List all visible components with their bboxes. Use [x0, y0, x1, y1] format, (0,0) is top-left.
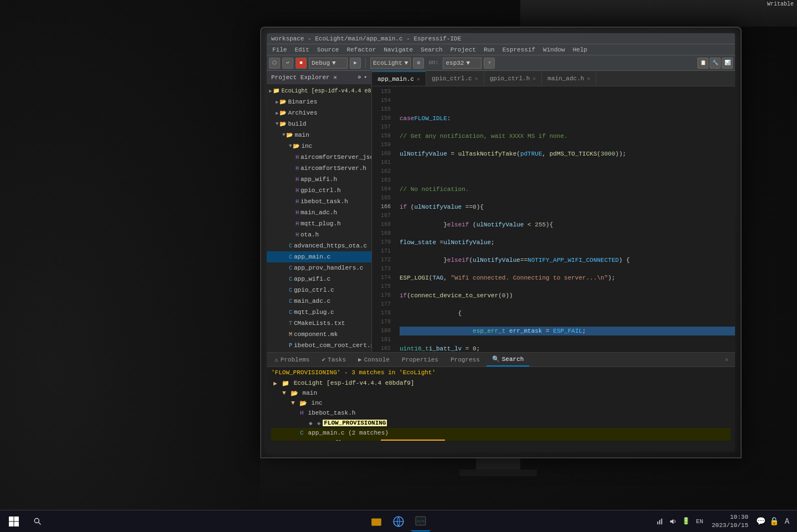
menu-window[interactable]: Window	[540, 47, 568, 53]
search-result-line-146[interactable]: • 146 flow_state = FLOW_PROVISIONING	[271, 438, 731, 441]
tree-file-gpio-ctrl-c[interactable]: C gpio_ctrl.c	[267, 285, 371, 296]
tray-language-icon[interactable]: EN	[694, 516, 705, 527]
tab-main-adc-h[interactable]: main_adc.h ✕	[542, 71, 596, 86]
tree-file-ibebot-pem[interactable]: P ibebot_com_root_cert.pem	[267, 340, 371, 351]
tab-app-main-close[interactable]: ✕	[417, 76, 420, 82]
start-button[interactable]	[0, 510, 28, 532]
taskbar-app-ide[interactable]: </>	[411, 512, 431, 531]
tree-file-mqtt-plug-c[interactable]: C mqtt_plug.c	[267, 307, 371, 318]
taskbar: </> 🔋 EN 10:30 2023/10/15 💬 🔒 A	[0, 510, 797, 532]
svg-text:</>: </>	[417, 519, 425, 524]
tab-app-main-c[interactable]: app_main.c ✕	[372, 71, 426, 86]
menu-help[interactable]: Help	[570, 47, 591, 53]
tray-security-icon[interactable]: 🔒	[768, 516, 779, 527]
ide-title: workspace - EcoLight/main/app_main.c - E…	[271, 35, 461, 42]
taskbar-app-browser[interactable]	[389, 512, 408, 531]
tree-item-archives[interactable]: ▶ 📂 Archives	[267, 107, 371, 118]
explorer-icons: ⚙ ▾	[358, 74, 367, 80]
search-result-inc-folder[interactable]: ▼ 📂 inc	[271, 398, 731, 408]
menu-run[interactable]: Run	[480, 47, 498, 53]
toolbar-btn-4[interactable]: ⚡	[484, 58, 495, 69]
search-result-app-main-file[interactable]: C app_main.c (2 matches)	[271, 428, 731, 438]
line-numbers: 153 154 155 156 157 158 159 160 161 162 …	[372, 86, 395, 352]
search-result-project[interactable]: ▶ 📁 EcoLight [esp-idf-v4.4.4 e8bdaf9]	[271, 378, 731, 388]
panel-tab-search[interactable]: 🔍 Search	[487, 353, 530, 366]
tray-notifications-icon[interactable]: 💬	[755, 516, 766, 527]
toolbar-btn-3[interactable]: ▶	[350, 58, 361, 69]
tree-file-advanced-ota[interactable]: C advanced_https_ota.c	[267, 240, 371, 251]
tree-file-aircomfortserver-json[interactable]: H aircomfortServer_json.h	[267, 152, 371, 163]
menu-navigate[interactable]: Navigate	[380, 47, 416, 53]
desk-area	[0, 0, 260, 532]
svg-rect-0	[9, 516, 14, 521]
menu-file[interactable]: File	[269, 47, 290, 53]
code-editor[interactable]: 153 154 155 156 157 158 159 160 161 162 …	[372, 86, 735, 352]
tree-file-main-adc-h[interactable]: H main_adc.h	[267, 207, 371, 218]
panel-close-button[interactable]: ✕	[720, 356, 733, 363]
tree-file-app-main[interactable]: C app_main.c	[267, 251, 371, 262]
board-dropdown[interactable]: esp32 ▼	[443, 58, 482, 69]
tree-item-ecolight[interactable]: ▶ 📁 EcoLight [esp-idf-v4.4.4 e8bdaf...	[267, 85, 371, 96]
menu-source[interactable]: Source	[314, 47, 343, 53]
bottom-panel: ⚠ Problems ✔ Tasks ▶ Console Properties	[267, 352, 735, 441]
tree-file-aircomfortserver[interactable]: H aircomfortServer.h	[267, 163, 371, 174]
tree-file-component-mk[interactable]: M component.mk	[267, 329, 371, 340]
toolbar-btn-7[interactable]: 📊	[722, 58, 733, 69]
explorer-title: Project Explorer ✕	[271, 74, 337, 81]
tab-gpio-ctrl-h[interactable]: gpio_ctrl.h ✕	[484, 71, 542, 86]
tab-gpio-ctrl-c[interactable]: gpio_ctrl.c ✕	[426, 71, 484, 86]
tree-file-ota-h[interactable]: H ota.h	[267, 229, 371, 240]
panel-tab-progress[interactable]: Progress	[445, 353, 485, 366]
menu-edit[interactable]: Edit	[291, 47, 312, 53]
monitor-screen: workspace - EcoLight/main/app_main.c - E…	[267, 33, 735, 452]
tray-network-icon[interactable]	[654, 516, 665, 527]
tree-file-app-wifi-c[interactable]: C app_wifi.c	[267, 273, 371, 285]
tab-gpio-ctrl-h-close[interactable]: ✕	[532, 75, 536, 82]
code-content[interactable]: case FLOW_IDLE: // Get any notification,…	[395, 86, 735, 352]
search-result-ibebot-task-h[interactable]: H ibebot_task.h	[271, 408, 731, 418]
menu-project[interactable]: Project	[447, 47, 479, 53]
monitor-base	[459, 469, 537, 476]
toolbar-btn-6[interactable]: 🔧	[710, 58, 721, 69]
panel-tab-tasks[interactable]: ✔ Tasks	[316, 353, 351, 366]
tray-battery-icon[interactable]: 🔋	[681, 516, 692, 527]
tray-volume-icon[interactable]	[667, 516, 679, 527]
ide-toolbar: ⬡ ↩ ■ Debug ▼ ▶ EcoLight ▼ ⚙ on: esp32 ▼…	[267, 55, 735, 71]
tree-file-mqtt-plug-h[interactable]: H mqtt_plug.h	[267, 218, 371, 229]
debug-dropdown[interactable]: Debug ▼	[309, 58, 348, 69]
taskbar-center: </>	[366, 512, 431, 531]
editor-area: app_main.c ✕ gpio_ctrl.c ✕ gpio_ctrl.h ✕	[372, 71, 735, 352]
menu-refactor[interactable]: Refactor	[343, 47, 379, 53]
tree-file-app-prov[interactable]: C app_prov_handlers.c	[267, 262, 371, 273]
taskbar-search-button[interactable]	[28, 512, 48, 531]
toolbar-btn-2[interactable]: ↩	[282, 58, 293, 69]
tree-file-cmakelists[interactable]: T CMakeLists.txt	[267, 318, 371, 329]
taskbar-app-file-explorer[interactable]	[366, 512, 386, 531]
tree-file-gpio-ctrl-h[interactable]: H gpio_ctrl.h	[267, 185, 371, 196]
tree-file-ibebot-task-h[interactable]: H ibebot_task.h	[267, 196, 371, 207]
tree-item-binaries[interactable]: ▶ 📂 Binaries	[267, 96, 371, 107]
search-result-flow-provisioning-match[interactable]: ◆ ◈ FLOW_PROVISIONING	[271, 418, 731, 428]
tree-file-app-wifi-h[interactable]: H app_wifi.h	[267, 174, 371, 185]
tree-item-inc[interactable]: ▼ 📂 inc	[267, 141, 371, 152]
browser-icon	[392, 515, 405, 528]
toolbar-stop[interactable]: ■	[296, 58, 307, 69]
tree-item-main[interactable]: ▼ 📂 main	[267, 130, 371, 141]
tree-item-build[interactable]: ▼ 📂 build	[267, 118, 371, 130]
project-dropdown[interactable]: EcoLight ▼	[370, 58, 411, 69]
tree-file-main-adc-c[interactable]: C main_adc.c	[267, 296, 371, 307]
panel-tab-console[interactable]: ▶ Console	[353, 353, 395, 366]
project-explorer: Project Explorer ✕ ⚙ ▾ ▶ 📁 EcoLight [esp…	[267, 71, 372, 352]
search-header: 'FLOW_PROVISIONING' - 3 matches in 'EcoL…	[271, 369, 731, 376]
menu-espressif[interactable]: Espressif	[499, 47, 539, 53]
toolbar-btn-5[interactable]: 📋	[697, 58, 708, 69]
menu-search[interactable]: Search	[417, 47, 446, 53]
tab-gpio-ctrl-c-close[interactable]: ✕	[475, 75, 478, 82]
panel-tab-problems[interactable]: ⚠ Problems	[269, 353, 315, 366]
tray-accessibility-icon[interactable]: A	[782, 516, 793, 527]
search-result-main-folder[interactable]: ▼ 📂 main	[271, 388, 731, 398]
toolbar-btn-1[interactable]: ⬡	[269, 58, 280, 69]
panel-tab-properties[interactable]: Properties	[396, 353, 444, 366]
tab-main-adc-h-close[interactable]: ✕	[587, 75, 590, 82]
toolbar-settings[interactable]: ⚙	[413, 58, 424, 69]
